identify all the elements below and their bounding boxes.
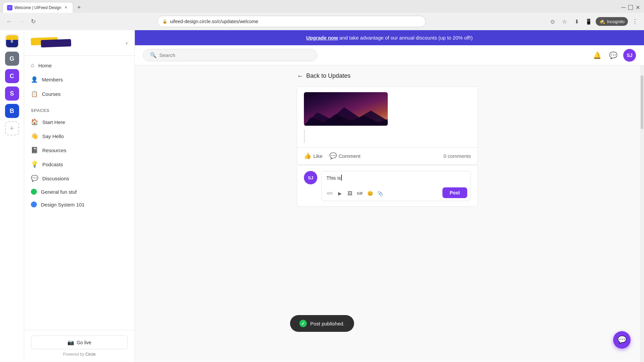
bookmark-icon[interactable]: ☆ bbox=[559, 16, 570, 26]
left-rail: B G C S B + bbox=[0, 30, 24, 362]
attach-tool-button[interactable]: 📎 bbox=[375, 189, 385, 198]
comment-input-text: This is bbox=[326, 175, 466, 181]
incognito-icon: 🕵 bbox=[599, 18, 605, 24]
sidebar-item-say-hello[interactable]: 👋 Say Hello bbox=[24, 129, 135, 143]
right-scrollbar[interactable] bbox=[640, 65, 644, 362]
sidebar-nav: ⌂ Home 👤 Members 📋 Courses bbox=[24, 56, 135, 104]
refresh-nav-button[interactable]: ↻ bbox=[28, 16, 38, 26]
rail-workspace-b[interactable]: B bbox=[5, 104, 19, 118]
go-live-button[interactable]: 📷 Go live bbox=[31, 336, 128, 349]
back-nav[interactable]: ← Back to Updates bbox=[297, 72, 478, 80]
back-nav-button[interactable]: ← bbox=[4, 16, 14, 26]
search-bar[interactable]: 🔍 bbox=[143, 49, 317, 61]
menu-icon[interactable]: ⋮ bbox=[630, 16, 640, 26]
sidebar-item-design-system[interactable]: Design System 101 bbox=[24, 198, 135, 211]
chat-fab-icon: 💬 bbox=[618, 336, 627, 344]
sidebar: › ⌂ Home 👤 Members 📋 Courses Spaces 🏠 St… bbox=[24, 30, 135, 362]
upgrade-link[interactable]: Upgrade now bbox=[306, 35, 338, 41]
courses-label: Courses bbox=[42, 91, 61, 97]
incognito-badge: 🕵 Incognito bbox=[596, 17, 628, 26]
comment-input-box[interactable]: This is </> ▶ 🖼 GIF 😊 📎 bbox=[321, 171, 471, 201]
sidebar-item-courses[interactable]: 📋 Courses bbox=[24, 87, 135, 101]
sidebar-item-home[interactable]: ⌂ Home bbox=[24, 58, 135, 72]
video-tool-button[interactable]: ▶ bbox=[335, 189, 344, 198]
messages-icon[interactable]: 💬 bbox=[607, 49, 619, 61]
forward-nav-button[interactable]: → bbox=[16, 16, 26, 26]
emoji-tool-button[interactable]: 😊 bbox=[365, 189, 375, 198]
rail-workspace-g[interactable]: B bbox=[5, 34, 19, 48]
device-icon[interactable]: 📱 bbox=[584, 16, 594, 26]
interaction-left: 👍 Like 💬 Comment bbox=[304, 152, 361, 160]
home-label: Home bbox=[38, 63, 52, 68]
gif-tool-button[interactable]: GIF bbox=[355, 189, 365, 198]
window-restore-icon[interactable] bbox=[628, 5, 633, 10]
code-tool-button[interactable]: </> bbox=[325, 189, 334, 198]
like-button[interactable]: 👍 Like bbox=[304, 152, 323, 160]
comment-section: SJ This is </> ▶ 🖼 GIF 😊 bbox=[297, 165, 478, 207]
scrollbar-thumb[interactable] bbox=[641, 75, 643, 129]
members-label: Members bbox=[42, 77, 63, 82]
tab-favicon: U bbox=[7, 5, 12, 10]
powered-by: Powered by Circle bbox=[31, 352, 128, 357]
app-container: B G C S B + › ⌂ Home 👤 Members bbox=[0, 30, 644, 362]
main-area: Upgrade now and take advantage of our an… bbox=[135, 30, 644, 362]
window-close-icon[interactable]: ✕ bbox=[636, 4, 640, 11]
sidebar-chevron-icon[interactable]: › bbox=[125, 39, 128, 47]
notification-bell-icon[interactable]: 🔔 bbox=[591, 49, 603, 61]
start-here-icon: 🏠 bbox=[31, 118, 38, 126]
comment-button[interactable]: 💬 Comment bbox=[329, 152, 361, 160]
active-tab[interactable]: U Welcome | UIFeed Design ✕ bbox=[3, 2, 73, 13]
sidebar-item-resources[interactable]: 📓 Resources bbox=[24, 143, 135, 157]
url-text: uifeed-design.circle.so/c/updates/welcom… bbox=[170, 19, 421, 24]
header-right: 🔔 💬 SJ bbox=[591, 49, 636, 62]
new-tab-button[interactable]: + bbox=[74, 3, 84, 12]
search-input[interactable] bbox=[159, 52, 307, 58]
rail-workspace-c[interactable]: C bbox=[5, 69, 19, 83]
toast-container: ✓ Post published. bbox=[290, 315, 354, 332]
comment-input-row: SJ This is </> ▶ 🖼 GIF 😊 bbox=[304, 171, 471, 201]
lens-icon[interactable]: ⊙ bbox=[547, 16, 557, 26]
discussions-label: Discussions bbox=[42, 176, 69, 181]
sidebar-item-members[interactable]: 👤 Members bbox=[24, 72, 135, 87]
add-workspace-button[interactable]: + bbox=[5, 121, 19, 135]
post-submit-button[interactable]: Post bbox=[442, 187, 467, 198]
start-here-label: Start Here bbox=[42, 119, 65, 125]
back-arrow-icon: ← bbox=[297, 72, 304, 80]
toast-message: Post published. bbox=[310, 321, 345, 326]
rail-workspace-s[interactable]: S bbox=[5, 86, 19, 101]
post-button-area: Post bbox=[442, 187, 467, 198]
sidebar-logo bbox=[31, 36, 74, 50]
sidebar-item-start-here[interactable]: 🏠 Start Here bbox=[24, 115, 135, 129]
image-tool-button[interactable]: 🖼 bbox=[345, 189, 355, 198]
address-bar[interactable]: 🔒 uifeed-design.circle.so/c/updates/welc… bbox=[157, 16, 426, 27]
sidebar-bottom: 📷 Go live Powered by Circle bbox=[24, 330, 135, 362]
tab-bar: U Welcome | UIFeed Design ✕ + ─ ✕ bbox=[0, 0, 644, 13]
general-fun-label: General fun stuf bbox=[41, 189, 77, 195]
general-fun-dot bbox=[31, 189, 37, 195]
text-cursor bbox=[341, 175, 342, 181]
sidebar-item-general-fun[interactable]: General fun stuf bbox=[24, 185, 135, 198]
video-camera-icon: 📷 bbox=[67, 339, 74, 346]
comment-icon: 💬 bbox=[329, 152, 337, 160]
download-icon[interactable]: ⬇ bbox=[572, 16, 582, 26]
browser-right-controls: ⊙ ☆ ⬇ 📱 🕵 Incognito ⋮ bbox=[547, 16, 640, 26]
rail-workspace-g2[interactable]: G bbox=[5, 52, 19, 66]
lock-icon: 🔒 bbox=[162, 19, 167, 24]
resources-icon: 📓 bbox=[31, 146, 38, 154]
home-icon: ⌂ bbox=[31, 62, 34, 69]
like-icon: 👍 bbox=[304, 152, 311, 160]
tab-close-icon[interactable]: ✕ bbox=[63, 5, 69, 10]
back-nav-label: Back to Updates bbox=[306, 72, 351, 79]
window-minimize-icon[interactable]: ─ bbox=[621, 4, 626, 11]
comment-label: Comment bbox=[339, 153, 361, 159]
sidebar-item-podcasts[interactable]: 💡 Podcasts bbox=[24, 157, 135, 171]
design-system-dot bbox=[31, 201, 37, 207]
top-banner[interactable]: Upgrade now and take advantage of our an… bbox=[135, 30, 644, 45]
design-system-label: Design System 101 bbox=[41, 202, 85, 207]
user-avatar[interactable]: SJ bbox=[623, 49, 636, 62]
commenter-avatar: SJ bbox=[304, 171, 317, 184]
browser-chrome: U Welcome | UIFeed Design ✕ + ─ ✕ ← → ↻ … bbox=[0, 0, 644, 30]
circle-brand: Circle bbox=[86, 352, 96, 357]
sidebar-item-discussions[interactable]: 💬 Discussions bbox=[24, 171, 135, 185]
chat-fab[interactable]: 💬 bbox=[613, 331, 631, 349]
